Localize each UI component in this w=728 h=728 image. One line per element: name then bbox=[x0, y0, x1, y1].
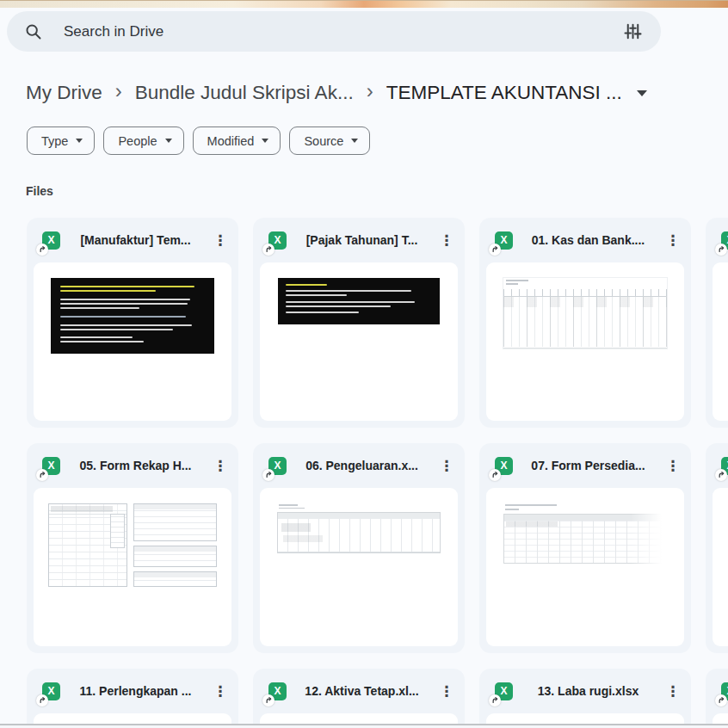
search-icon bbox=[24, 22, 43, 41]
shortcut-arrow-icon bbox=[36, 694, 48, 706]
file-title: 11. Perlengkapan ... bbox=[60, 684, 211, 698]
file-card[interactable]: X [Manufaktur] Tem... ⋮ bbox=[27, 218, 238, 428]
more-options-icon[interactable]: ⋮ bbox=[663, 233, 682, 248]
file-preview-thumbnail bbox=[34, 488, 231, 646]
chip-label: Modified bbox=[207, 134, 255, 148]
desktop-wallpaper-strip bbox=[0, 0, 728, 8]
chip-label: People bbox=[118, 134, 157, 148]
excel-spreadsheet-icon: X bbox=[721, 457, 728, 475]
shortcut-arrow-icon bbox=[36, 469, 48, 481]
filter-chip-row: Type People Modified Source bbox=[27, 126, 370, 155]
chevron-down-icon bbox=[76, 139, 83, 143]
shortcut-arrow-icon bbox=[715, 244, 727, 256]
file-card-header: X 01. Kas dan Bank.... ⋮ bbox=[479, 218, 691, 262]
more-options-icon[interactable]: ⋮ bbox=[437, 684, 456, 699]
thumbnail-image bbox=[277, 503, 441, 553]
files-grid: X [Manufaktur] Tem... ⋮ X bbox=[27, 218, 728, 728]
file-card[interactable]: X ⋮ bbox=[706, 218, 728, 428]
chevron-right-icon: › bbox=[115, 81, 122, 102]
chip-label: Source bbox=[304, 134, 343, 148]
file-title: [Pajak Tahunan] T... bbox=[287, 233, 437, 247]
excel-spreadsheet-icon: X bbox=[42, 457, 60, 475]
file-card-header: X 12. Aktiva Tetap.xl... ⋮ bbox=[253, 669, 465, 713]
chevron-down-icon bbox=[165, 139, 172, 143]
file-card[interactable]: X 13. Laba rugi.xlsx ⋮ bbox=[479, 669, 691, 728]
file-card-header: X ⋮ bbox=[706, 218, 728, 262]
excel-spreadsheet-icon: X bbox=[495, 231, 513, 250]
excel-spreadsheet-icon: X bbox=[268, 682, 287, 700]
filter-chip-source[interactable]: Source bbox=[289, 126, 370, 155]
breadcrumb-my-drive[interactable]: My Drive bbox=[26, 82, 102, 104]
shortcut-arrow-icon bbox=[489, 469, 501, 481]
file-card[interactable]: X ⋮ bbox=[706, 443, 728, 653]
shortcut-arrow-icon bbox=[715, 469, 727, 481]
file-card[interactable]: X 12. Aktiva Tetap.xl... ⋮ bbox=[253, 669, 465, 728]
search-input[interactable] bbox=[62, 22, 620, 41]
shortcut-arrow-icon bbox=[262, 694, 275, 706]
excel-x-letter: X bbox=[500, 235, 507, 245]
file-preview-thumbnail bbox=[486, 262, 684, 421]
shortcut-arrow-icon bbox=[262, 469, 275, 481]
excel-spreadsheet-icon: X bbox=[495, 682, 513, 700]
filter-chip-modified[interactable]: Modified bbox=[193, 126, 281, 155]
file-title: 12. Aktiva Tetap.xl... bbox=[287, 684, 437, 698]
breadcrumb-current-folder[interactable]: TEMPLATE AKUNTANSI ... bbox=[386, 82, 622, 104]
chevron-down-icon bbox=[351, 139, 358, 143]
file-title: 01. Kas dan Bank.... bbox=[513, 233, 663, 247]
file-title: [Manufaktur] Tem... bbox=[60, 233, 211, 247]
file-card[interactable]: X ⋮ bbox=[706, 669, 728, 728]
file-card[interactable]: X 06. Pengeluaran.x... ⋮ bbox=[253, 443, 465, 653]
file-preview-thumbnail bbox=[34, 262, 231, 421]
filter-chip-type[interactable]: Type bbox=[27, 126, 95, 155]
excel-spreadsheet-icon: X bbox=[42, 682, 60, 700]
excel-spreadsheet-icon: X bbox=[268, 457, 287, 475]
breadcrumb-parent-folder[interactable]: Bundle Judul Skripsi Ak... bbox=[135, 82, 354, 104]
more-options-icon[interactable]: ⋮ bbox=[211, 459, 230, 473]
shortcut-arrow-icon bbox=[489, 694, 501, 706]
file-card[interactable]: X 01. Kas dan Bank.... ⋮ bbox=[479, 218, 691, 428]
file-card[interactable]: X [Pajak Tahunan] T... ⋮ bbox=[253, 218, 465, 428]
thumbnail-image bbox=[48, 503, 217, 587]
file-card-header: X 05. Form Rekap H... ⋮ bbox=[27, 443, 238, 488]
file-preview-thumbnail bbox=[713, 262, 728, 421]
file-preview-thumbnail bbox=[260, 262, 458, 421]
search-filters-tune-icon[interactable] bbox=[620, 19, 645, 45]
file-card-header: X [Manufaktur] Tem... ⋮ bbox=[27, 218, 238, 262]
filter-chip-people[interactable]: People bbox=[103, 126, 183, 155]
excel-x-letter: X bbox=[274, 235, 281, 245]
file-card-header: X [Pajak Tahunan] T... ⋮ bbox=[253, 218, 465, 262]
file-title: 05. Form Rekap H... bbox=[60, 459, 211, 472]
file-title: 13. Laba rugi.xlsx bbox=[513, 684, 663, 698]
file-card-header: X 07. Form Persedia... ⋮ bbox=[479, 443, 691, 488]
excel-spreadsheet-icon: X bbox=[268, 231, 287, 250]
file-title: 07. Form Persedia... bbox=[513, 459, 663, 472]
folder-dropdown-caret-icon[interactable] bbox=[637, 90, 647, 96]
thumbnail-image bbox=[278, 278, 440, 324]
more-options-icon[interactable]: ⋮ bbox=[437, 233, 456, 248]
shortcut-arrow-icon bbox=[715, 694, 727, 706]
excel-x-letter: X bbox=[274, 460, 281, 471]
more-options-icon[interactable]: ⋮ bbox=[211, 233, 230, 248]
more-options-icon[interactable]: ⋮ bbox=[663, 684, 682, 699]
shortcut-arrow-icon bbox=[262, 244, 275, 256]
search-bar[interactable] bbox=[7, 11, 661, 52]
drive-app-window: My Drive › Bundle Judul Skripsi Ak... › … bbox=[0, 0, 728, 728]
excel-spreadsheet-icon: X bbox=[721, 682, 728, 700]
excel-x-letter: X bbox=[500, 686, 507, 696]
file-card-header: X ⋮ bbox=[706, 443, 728, 488]
thumbnail-image bbox=[503, 278, 667, 349]
more-options-icon[interactable]: ⋮ bbox=[211, 684, 230, 699]
file-card[interactable]: X 11. Perlengkapan ... ⋮ bbox=[27, 669, 238, 728]
excel-spreadsheet-icon: X bbox=[42, 231, 60, 250]
file-card[interactable]: X 05. Form Rekap H... ⋮ bbox=[27, 443, 238, 653]
file-card[interactable]: X 07. Form Persedia... ⋮ bbox=[479, 443, 691, 653]
chevron-down-icon bbox=[262, 139, 268, 143]
file-card-header: X 13. Laba rugi.xlsx ⋮ bbox=[479, 669, 691, 713]
file-preview-thumbnail bbox=[486, 488, 684, 646]
file-preview-thumbnail bbox=[713, 488, 728, 646]
more-options-icon[interactable]: ⋮ bbox=[663, 459, 682, 473]
excel-x-letter: X bbox=[500, 460, 507, 471]
window-bottom-divider bbox=[0, 724, 728, 725]
more-options-icon[interactable]: ⋮ bbox=[437, 459, 456, 473]
excel-x-letter: X bbox=[274, 686, 281, 696]
